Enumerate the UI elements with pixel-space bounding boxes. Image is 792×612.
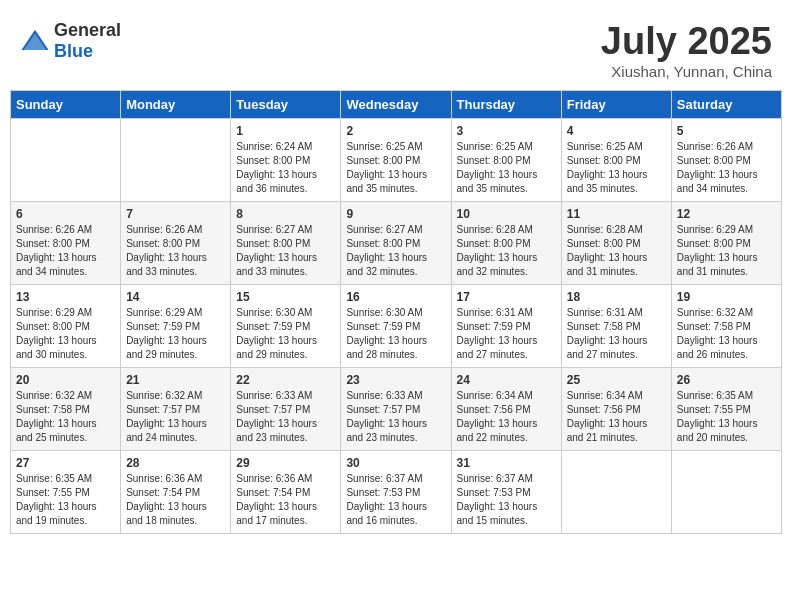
weekday-header-friday: Friday <box>561 91 671 119</box>
day-number: 30 <box>346 456 445 470</box>
weekday-header-row: SundayMondayTuesdayWednesdayThursdayFrid… <box>11 91 782 119</box>
day-info: Sunrise: 6:34 AM Sunset: 7:56 PM Dayligh… <box>457 389 556 445</box>
logo-general: General <box>54 20 121 41</box>
calendar-cell: 25Sunrise: 6:34 AM Sunset: 7:56 PM Dayli… <box>561 368 671 451</box>
day-info: Sunrise: 6:25 AM Sunset: 8:00 PM Dayligh… <box>346 140 445 196</box>
calendar-cell: 6Sunrise: 6:26 AM Sunset: 8:00 PM Daylig… <box>11 202 121 285</box>
day-number: 20 <box>16 373 115 387</box>
day-number: 22 <box>236 373 335 387</box>
weekday-header-sunday: Sunday <box>11 91 121 119</box>
day-info: Sunrise: 6:27 AM Sunset: 8:00 PM Dayligh… <box>236 223 335 279</box>
calendar-cell <box>11 119 121 202</box>
day-number: 17 <box>457 290 556 304</box>
day-number: 25 <box>567 373 666 387</box>
page-header: General Blue July 2025 Xiushan, Yunnan, … <box>10 10 782 85</box>
day-number: 14 <box>126 290 225 304</box>
calendar-cell: 9Sunrise: 6:27 AM Sunset: 8:00 PM Daylig… <box>341 202 451 285</box>
day-info: Sunrise: 6:35 AM Sunset: 7:55 PM Dayligh… <box>677 389 776 445</box>
day-info: Sunrise: 6:26 AM Sunset: 8:00 PM Dayligh… <box>16 223 115 279</box>
calendar-cell: 30Sunrise: 6:37 AM Sunset: 7:53 PM Dayli… <box>341 451 451 534</box>
day-info: Sunrise: 6:30 AM Sunset: 7:59 PM Dayligh… <box>346 306 445 362</box>
calendar-cell: 19Sunrise: 6:32 AM Sunset: 7:58 PM Dayli… <box>671 285 781 368</box>
calendar-week-row: 1Sunrise: 6:24 AM Sunset: 8:00 PM Daylig… <box>11 119 782 202</box>
day-info: Sunrise: 6:36 AM Sunset: 7:54 PM Dayligh… <box>236 472 335 528</box>
calendar-cell: 1Sunrise: 6:24 AM Sunset: 8:00 PM Daylig… <box>231 119 341 202</box>
weekday-header-monday: Monday <box>121 91 231 119</box>
day-number: 16 <box>346 290 445 304</box>
day-info: Sunrise: 6:30 AM Sunset: 7:59 PM Dayligh… <box>236 306 335 362</box>
day-info: Sunrise: 6:32 AM Sunset: 7:58 PM Dayligh… <box>16 389 115 445</box>
day-number: 15 <box>236 290 335 304</box>
day-info: Sunrise: 6:31 AM Sunset: 7:59 PM Dayligh… <box>457 306 556 362</box>
day-number: 18 <box>567 290 666 304</box>
day-number: 28 <box>126 456 225 470</box>
calendar-cell: 18Sunrise: 6:31 AM Sunset: 7:58 PM Dayli… <box>561 285 671 368</box>
calendar-cell: 4Sunrise: 6:25 AM Sunset: 8:00 PM Daylig… <box>561 119 671 202</box>
location: Xiushan, Yunnan, China <box>601 63 772 80</box>
day-number: 21 <box>126 373 225 387</box>
calendar-cell: 15Sunrise: 6:30 AM Sunset: 7:59 PM Dayli… <box>231 285 341 368</box>
day-info: Sunrise: 6:29 AM Sunset: 8:00 PM Dayligh… <box>677 223 776 279</box>
day-info: Sunrise: 6:28 AM Sunset: 8:00 PM Dayligh… <box>567 223 666 279</box>
day-info: Sunrise: 6:32 AM Sunset: 7:57 PM Dayligh… <box>126 389 225 445</box>
calendar-cell <box>561 451 671 534</box>
logo-text: General Blue <box>54 20 121 62</box>
calendar-cell: 23Sunrise: 6:33 AM Sunset: 7:57 PM Dayli… <box>341 368 451 451</box>
calendar-cell: 20Sunrise: 6:32 AM Sunset: 7:58 PM Dayli… <box>11 368 121 451</box>
day-info: Sunrise: 6:33 AM Sunset: 7:57 PM Dayligh… <box>236 389 335 445</box>
calendar-cell <box>671 451 781 534</box>
day-info: Sunrise: 6:31 AM Sunset: 7:58 PM Dayligh… <box>567 306 666 362</box>
calendar-cell: 13Sunrise: 6:29 AM Sunset: 8:00 PM Dayli… <box>11 285 121 368</box>
calendar-cell: 12Sunrise: 6:29 AM Sunset: 8:00 PM Dayli… <box>671 202 781 285</box>
month-title: July 2025 <box>601 20 772 63</box>
day-info: Sunrise: 6:27 AM Sunset: 8:00 PM Dayligh… <box>346 223 445 279</box>
day-info: Sunrise: 6:26 AM Sunset: 8:00 PM Dayligh… <box>126 223 225 279</box>
calendar-cell: 11Sunrise: 6:28 AM Sunset: 8:00 PM Dayli… <box>561 202 671 285</box>
calendar-week-row: 6Sunrise: 6:26 AM Sunset: 8:00 PM Daylig… <box>11 202 782 285</box>
day-info: Sunrise: 6:26 AM Sunset: 8:00 PM Dayligh… <box>677 140 776 196</box>
calendar-cell: 29Sunrise: 6:36 AM Sunset: 7:54 PM Dayli… <box>231 451 341 534</box>
calendar-cell: 5Sunrise: 6:26 AM Sunset: 8:00 PM Daylig… <box>671 119 781 202</box>
calendar-cell <box>121 119 231 202</box>
weekday-header-tuesday: Tuesday <box>231 91 341 119</box>
day-info: Sunrise: 6:25 AM Sunset: 8:00 PM Dayligh… <box>457 140 556 196</box>
day-number: 24 <box>457 373 556 387</box>
day-number: 26 <box>677 373 776 387</box>
day-info: Sunrise: 6:24 AM Sunset: 8:00 PM Dayligh… <box>236 140 335 196</box>
day-info: Sunrise: 6:33 AM Sunset: 7:57 PM Dayligh… <box>346 389 445 445</box>
day-info: Sunrise: 6:28 AM Sunset: 8:00 PM Dayligh… <box>457 223 556 279</box>
calendar-week-row: 13Sunrise: 6:29 AM Sunset: 8:00 PM Dayli… <box>11 285 782 368</box>
day-number: 9 <box>346 207 445 221</box>
day-info: Sunrise: 6:37 AM Sunset: 7:53 PM Dayligh… <box>457 472 556 528</box>
logo: General Blue <box>20 20 121 62</box>
day-info: Sunrise: 6:32 AM Sunset: 7:58 PM Dayligh… <box>677 306 776 362</box>
calendar-week-row: 20Sunrise: 6:32 AM Sunset: 7:58 PM Dayli… <box>11 368 782 451</box>
day-number: 1 <box>236 124 335 138</box>
weekday-header-thursday: Thursday <box>451 91 561 119</box>
day-number: 12 <box>677 207 776 221</box>
day-info: Sunrise: 6:37 AM Sunset: 7:53 PM Dayligh… <box>346 472 445 528</box>
day-info: Sunrise: 6:34 AM Sunset: 7:56 PM Dayligh… <box>567 389 666 445</box>
day-info: Sunrise: 6:25 AM Sunset: 8:00 PM Dayligh… <box>567 140 666 196</box>
calendar-table: SundayMondayTuesdayWednesdayThursdayFrid… <box>10 90 782 534</box>
day-info: Sunrise: 6:35 AM Sunset: 7:55 PM Dayligh… <box>16 472 115 528</box>
calendar-cell: 28Sunrise: 6:36 AM Sunset: 7:54 PM Dayli… <box>121 451 231 534</box>
calendar-cell: 14Sunrise: 6:29 AM Sunset: 7:59 PM Dayli… <box>121 285 231 368</box>
day-number: 5 <box>677 124 776 138</box>
calendar-cell: 3Sunrise: 6:25 AM Sunset: 8:00 PM Daylig… <box>451 119 561 202</box>
title-block: July 2025 Xiushan, Yunnan, China <box>601 20 772 80</box>
day-number: 19 <box>677 290 776 304</box>
day-number: 27 <box>16 456 115 470</box>
calendar-cell: 21Sunrise: 6:32 AM Sunset: 7:57 PM Dayli… <box>121 368 231 451</box>
calendar-cell: 24Sunrise: 6:34 AM Sunset: 7:56 PM Dayli… <box>451 368 561 451</box>
day-number: 7 <box>126 207 225 221</box>
day-number: 3 <box>457 124 556 138</box>
calendar-cell: 27Sunrise: 6:35 AM Sunset: 7:55 PM Dayli… <box>11 451 121 534</box>
day-number: 11 <box>567 207 666 221</box>
calendar-cell: 16Sunrise: 6:30 AM Sunset: 7:59 PM Dayli… <box>341 285 451 368</box>
weekday-header-saturday: Saturday <box>671 91 781 119</box>
calendar-cell: 10Sunrise: 6:28 AM Sunset: 8:00 PM Dayli… <box>451 202 561 285</box>
day-number: 2 <box>346 124 445 138</box>
calendar-cell: 31Sunrise: 6:37 AM Sunset: 7:53 PM Dayli… <box>451 451 561 534</box>
calendar-week-row: 27Sunrise: 6:35 AM Sunset: 7:55 PM Dayli… <box>11 451 782 534</box>
